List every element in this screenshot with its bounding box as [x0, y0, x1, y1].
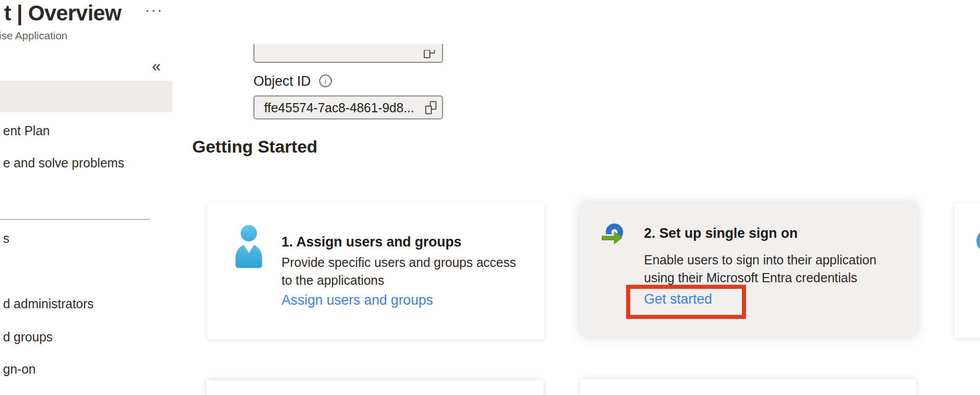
- sidebar-item-users-groups[interactable]: d groups: [0, 329, 153, 345]
- info-icon[interactable]: i: [319, 75, 332, 87]
- person-icon: [236, 225, 262, 268]
- sidebar-collapse-icon[interactable]: «: [152, 57, 161, 76]
- card-title: 1. Assign users and groups: [281, 234, 461, 250]
- assign-users-groups-link[interactable]: Assign users and groups: [281, 292, 433, 308]
- sidebar-item-deployment-plan[interactable]: ent Plan: [0, 122, 153, 139]
- object-id-label: Object ID: [253, 73, 311, 89]
- sidebar-section-divider: [0, 219, 150, 220]
- sidebar-item-selected[interactable]: w: [0, 81, 172, 112]
- card-assign-users-groups: 1. Assign users and groups Provide speci…: [208, 203, 544, 339]
- copy-icon[interactable]: [425, 101, 436, 114]
- card-description: Provide specific users and groups access…: [281, 254, 516, 289]
- sidebar-item-roles-administrators[interactable]: d administrators: [0, 295, 153, 312]
- getting-started-heading: Getting Started: [192, 137, 318, 157]
- page-subtitle: ise Application: [0, 30, 67, 42]
- card-partial-bottom-right: [580, 379, 916, 395]
- card-description: Enable users to sign into their applicat…: [644, 251, 876, 287]
- copy-icon[interactable]: [424, 50, 436, 59]
- card-partial-bottom-left: [207, 380, 544, 395]
- object-id-value: ffe45574-7ac8-4861-9d8...: [264, 96, 414, 119]
- sidebar-item-properties[interactable]: s: [0, 230, 153, 246]
- sidebar-selected-label-fragment: w: [0, 88, 3, 105]
- card-title: 2. Set up single sign on: [644, 226, 798, 241]
- page-title: t | Overview: [4, 1, 121, 26]
- entra-overview-page: t | Overview ··· ise Application « w ent…: [0, 0, 980, 395]
- object-id-field[interactable]: ffe45574-7ac8-4861-9d8...: [253, 95, 443, 119]
- sidebar-item-single-sign-on[interactable]: gn-on: [0, 361, 153, 377]
- more-menu-icon[interactable]: ···: [145, 1, 163, 18]
- annotation-highlight-box: [626, 285, 746, 319]
- sign-in-arrow-icon: [602, 223, 633, 254]
- sidebar-item-diagnose-solve-problems[interactable]: e and solve problems: [0, 155, 153, 171]
- card-partial-right: [955, 203, 980, 338]
- application-id-field-partial[interactable]: [253, 44, 443, 63]
